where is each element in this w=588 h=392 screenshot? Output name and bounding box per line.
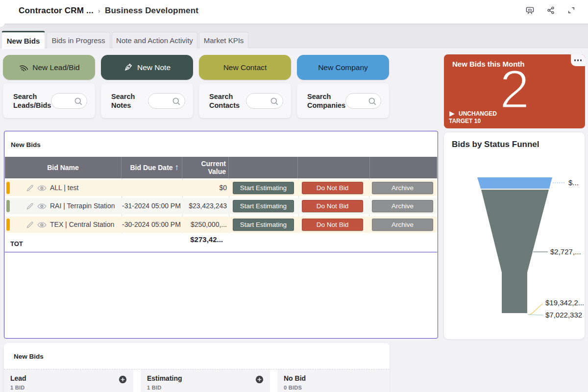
svg-text:$19,342,2...: $19,342,2... <box>545 298 584 307</box>
svg-text:$...: $... <box>568 178 579 187</box>
svg-text:$2,727,...: $2,727,... <box>550 247 581 256</box>
svg-text:$7,022,332: $7,022,332 <box>545 311 582 319</box>
